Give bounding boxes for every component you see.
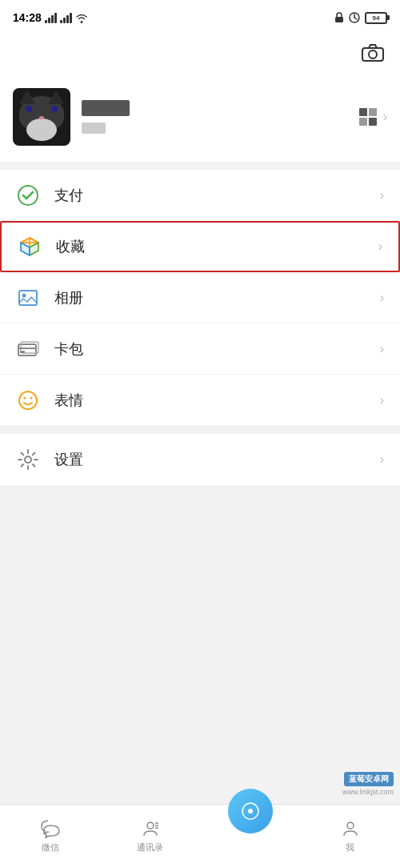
chat-icon [40, 819, 61, 838]
menu-item-settings[interactable]: 设置 › [0, 434, 400, 485]
status-right: 94 [334, 12, 387, 24]
signal-icon-2 [60, 12, 72, 23]
nav-item-contacts[interactable]: 通讯录 [100, 805, 200, 868]
svg-point-5 [369, 50, 377, 58]
menu-item-cards[interactable]: 卡包 › [0, 323, 400, 375]
svg-point-6 [18, 186, 38, 205]
menu-item-settings-left: 设置 [16, 448, 83, 472]
menu-list: 支付 › 收藏 › [0, 170, 400, 485]
watermark-url: www.lmkjst.com [342, 788, 394, 796]
menu-item-emoji[interactable]: 表情 › [0, 375, 400, 426]
gray-area [0, 485, 400, 741]
status-bar: 14:28 [0, 0, 400, 35]
cards-chevron: › [380, 342, 384, 356]
menu-item-album-left: 相册 [16, 286, 83, 310]
camera-icon[interactable] [362, 43, 384, 68]
camera-area [0, 35, 400, 75]
nav-item-me[interactable]: 我 [300, 805, 400, 868]
menu-item-pay-left: 支付 [16, 183, 83, 207]
wifi-icon [75, 12, 88, 23]
wechat-label: 微信 [42, 842, 59, 854]
status-time: 14:28 [13, 11, 88, 24]
me-label: 我 [346, 842, 354, 854]
profile-info [82, 100, 130, 134]
menu-item-cards-left: 卡包 [16, 337, 83, 361]
album-chevron: › [380, 291, 384, 305]
emoji-icon [16, 388, 40, 412]
me-icon [341, 819, 360, 838]
menu-item-pay[interactable]: 支付 › [0, 170, 400, 221]
settings-icon [16, 448, 40, 472]
settings-label: 设置 [54, 450, 83, 469]
settings-chevron: › [380, 452, 384, 467]
pay-chevron: › [380, 188, 384, 203]
contacts-icon [141, 819, 160, 838]
watermark: 蓝莓安卓网 www.lmkjst.com [342, 772, 394, 796]
battery-icon: 94 [365, 12, 387, 24]
nav-item-wechat[interactable]: 微信 [0, 805, 100, 868]
menu-item-emoji-left: 表情 [16, 388, 83, 412]
svg-point-22 [25, 456, 31, 463]
camera-svg [362, 43, 384, 62]
profile-area[interactable]: › [0, 75, 400, 162]
lock-icon [334, 12, 344, 23]
favorites-label: 收藏 [56, 237, 85, 256]
svg-rect-0 [335, 17, 343, 22]
pay-label: 支付 [54, 186, 83, 205]
watermark-logo: 蓝莓安卓网 [344, 772, 394, 786]
svg-point-14 [22, 293, 26, 297]
signal-icon [45, 12, 57, 23]
svg-line-3 [354, 18, 357, 19]
discover-icon [238, 799, 262, 823]
emoji-label: 表情 [54, 391, 83, 410]
divider-1 [0, 162, 400, 170]
cards-icon [16, 337, 40, 361]
profile-id [82, 123, 106, 134]
divider-2 [0, 426, 400, 434]
svg-rect-13 [19, 291, 37, 305]
svg-point-28 [248, 809, 253, 814]
discover-circle [228, 789, 273, 834]
menu-item-favorites[interactable]: 收藏 › [0, 221, 400, 272]
qr-icon[interactable] [359, 108, 377, 126]
favorites-chevron: › [378, 239, 382, 254]
svg-point-23 [147, 822, 154, 829]
svg-rect-18 [20, 351, 25, 353]
profile-left [13, 88, 130, 146]
contacts-label: 通讯录 [137, 842, 163, 854]
profile-name [82, 100, 130, 116]
profile-right[interactable]: › [359, 108, 387, 126]
time-display: 14:28 [13, 11, 42, 24]
svg-point-19 [19, 392, 37, 409]
svg-point-21 [30, 396, 33, 399]
album-icon [16, 286, 40, 310]
emoji-chevron: › [380, 393, 384, 408]
cards-label: 卡包 [54, 340, 83, 359]
svg-point-20 [24, 396, 26, 399]
clock-icon [349, 12, 360, 23]
pay-icon [16, 183, 40, 207]
menu-item-album[interactable]: 相册 › [0, 272, 400, 323]
avatar [13, 88, 70, 146]
profile-chevron: › [383, 110, 387, 124]
menu-item-favorites-left: 收藏 [18, 235, 85, 259]
album-label: 相册 [54, 288, 83, 307]
favorites-icon [18, 235, 42, 259]
svg-point-29 [347, 822, 354, 829]
nav-item-discover[interactable] [200, 805, 300, 868]
bottom-nav: 微信 通讯录 我 [0, 804, 400, 868]
